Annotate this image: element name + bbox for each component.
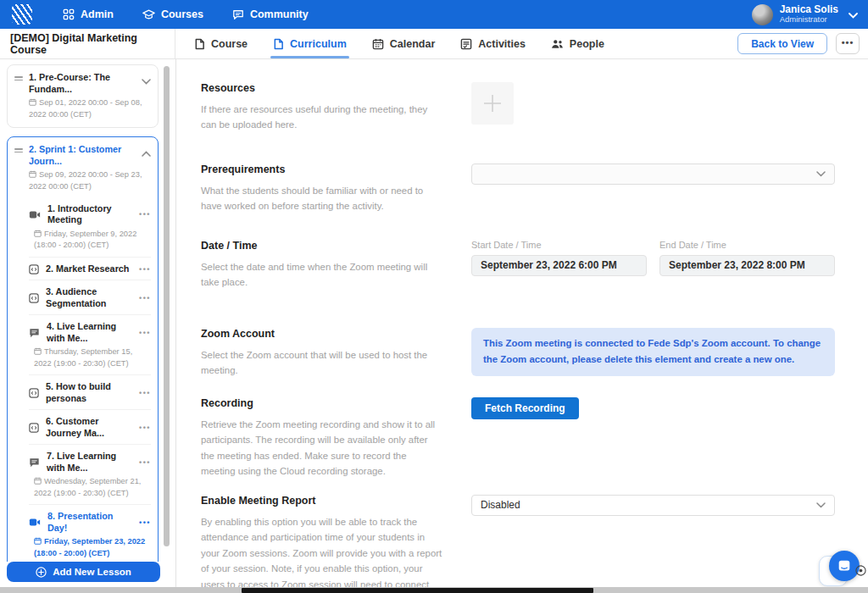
resources-desc: If there are resources useful during the…	[201, 102, 442, 133]
more-options-button[interactable]: •••	[836, 33, 860, 54]
element-list: 1. Introductory Meeting•••Friday, Septem…	[29, 197, 151, 562]
meeting-report-title: Enable Meeting Report	[201, 495, 442, 507]
zoom-account-desc: Select the Zoom account that will be use…	[201, 347, 442, 379]
element-item[interactable]: 5. How to build personas•••	[29, 374, 151, 409]
tab-curriculum[interactable]: Curriculum	[273, 29, 347, 58]
zoom-account-row: Zoom Account Select the Zoom account tha…	[201, 328, 835, 379]
element-menu-button[interactable]: •••	[139, 389, 151, 397]
chat-bubble-icon	[232, 9, 244, 20]
nav-item-community[interactable]: Community	[232, 8, 309, 20]
calendar-icon	[372, 38, 384, 50]
element-menu-button[interactable]: •••	[139, 518, 151, 527]
chevron-up-icon[interactable]	[142, 145, 151, 160]
app-logo-icon[interactable]	[12, 4, 32, 25]
sidebar-scrollbar[interactable]	[164, 66, 170, 546]
drag-handle-icon[interactable]	[14, 75, 23, 82]
end-date-label: End Date / Time	[659, 240, 835, 250]
file-icon	[194, 38, 205, 50]
nav-item-label: Community	[250, 8, 309, 20]
resource-upload-button[interactable]	[471, 82, 514, 125]
user-name: Janica Solis	[780, 4, 838, 16]
recording-title: Recording	[201, 397, 442, 409]
resources-row: Resources If there are resources useful …	[201, 82, 835, 133]
element-item[interactable]: 4. Live Learning with Me...•••Thursday, …	[29, 314, 151, 374]
back-to-view-button[interactable]: Back to View	[737, 33, 827, 54]
element-menu-button[interactable]: •••	[139, 294, 151, 302]
meeting-report-value: Disabled	[481, 499, 816, 511]
end-date-input[interactable]: September 23, 2022 8:00 PM	[659, 255, 835, 276]
element-menu-button[interactable]: •••	[139, 329, 151, 337]
element-title: 1. Introductory Meeting	[47, 203, 132, 226]
nav-item-label: Courses	[161, 8, 203, 20]
user-menu[interactable]: Janica Solis Administrator	[752, 4, 858, 25]
calendar-icon	[34, 230, 44, 238]
calendar-icon	[34, 477, 44, 485]
messenger-icon	[837, 558, 852, 574]
element-item[interactable]: 6. Customer Journey Ma...•••	[29, 409, 151, 444]
admin-grid-icon	[63, 8, 75, 20]
element-icon	[29, 293, 39, 303]
tab-label: Curriculum	[290, 38, 347, 50]
tab-course[interactable]: Course	[194, 29, 248, 58]
lesson-list: 1. Pre-Course: The Fundam...Sep 01, 2022…	[7, 64, 159, 562]
nav-item-admin[interactable]: Admin	[63, 8, 114, 20]
element-title: 4. Live Learning with Me...	[47, 321, 132, 344]
prerequirements-title: Prerequirements	[201, 163, 442, 175]
chevron-down-icon	[849, 7, 858, 22]
element-menu-button[interactable]: •••	[139, 424, 151, 432]
lesson-header[interactable]: 1. Pre-Course: The Fundam...	[14, 71, 151, 95]
dock-bar	[242, 588, 593, 593]
add-new-lesson-button[interactable]: Add New Lesson	[7, 562, 160, 582]
element-item[interactable]: 8. Presentation Day!•••Friday, September…	[29, 504, 151, 562]
tab-activities[interactable]: Activities	[460, 29, 526, 58]
add-new-lesson-label: Add New Lesson	[53, 567, 131, 577]
element-menu-button[interactable]: •••	[139, 458, 151, 467]
tab-calendar[interactable]: Calendar	[372, 29, 436, 58]
course-header: [DEMO] Digital Marketing Course CourseCu…	[0, 29, 868, 59]
datetime-desc: Select the date and time when the Zoom m…	[201, 259, 442, 291]
zoom-account-notice: This Zoom meeting is connected to Fede S…	[471, 328, 835, 376]
prerequirements-row: Prerequirements What the students should…	[201, 163, 835, 214]
element-date: Wednesday, September 21, 2022 (19:00 - 2…	[34, 476, 151, 499]
plus-icon	[481, 92, 504, 114]
start-date-label: Start Date / Time	[471, 240, 647, 250]
element-date: Friday, September 23, 2022 (18:00 - 20:0…	[34, 536, 151, 559]
fetch-recording-button[interactable]: Fetch Recording	[471, 397, 579, 419]
calendar-icon	[34, 347, 44, 356]
element-title: 8. Presentation Day!	[47, 511, 132, 534]
tab-people[interactable]: People	[551, 29, 604, 58]
element-title: 7. Live Learning with Me...	[47, 451, 132, 474]
course-title: [DEMO] Digital Marketing Course	[0, 29, 175, 58]
nav-item-label: Admin	[81, 8, 114, 20]
top-nav-menu: AdminCoursesCommunity	[63, 8, 309, 20]
meeting-report-row: Enable Meeting Report By enabling this o…	[201, 495, 835, 593]
element-item[interactable]: 2. Market Research•••	[29, 257, 151, 280]
meeting-report-desc: By enabling this option you will be able…	[201, 514, 442, 593]
zoom-account-title: Zoom Account	[201, 328, 442, 340]
chat-icon	[29, 328, 40, 338]
element-item[interactable]: 1. Introductory Meeting•••Friday, Septem…	[29, 197, 151, 257]
element-item[interactable]: 7. Live Learning with Me...•••Wednesday,…	[29, 444, 151, 504]
top-navbar: AdminCoursesCommunity Janica Solis Admin…	[0, 0, 868, 29]
prerequirements-select[interactable]	[471, 163, 835, 185]
element-menu-button[interactable]: •••	[139, 265, 151, 274]
tab-label: People	[570, 38, 604, 50]
element-item[interactable]: 3. Audience Segmentation•••	[29, 280, 151, 314]
datetime-row: Date / Time Select the date and time whe…	[201, 240, 835, 291]
course-tabs: CourseCurriculumCalendarActivitiesPeople	[175, 29, 604, 58]
chevron-down-icon[interactable]	[142, 73, 151, 88]
chat-icon	[29, 457, 40, 468]
element-menu-button[interactable]: •••	[139, 210, 151, 219]
lesson-date: Sep 01, 2022 00:00 - Sep 08, 2022 00:00 …	[29, 97, 151, 120]
element-title: 3. Audience Segmentation	[46, 286, 132, 309]
drag-handle-icon[interactable]	[14, 147, 23, 154]
start-date-input[interactable]: September 23, 2022 6:00 PM	[471, 255, 647, 276]
meeting-report-select[interactable]: Disabled	[471, 495, 835, 516]
eye-icon[interactable]	[855, 564, 866, 579]
people-icon	[551, 39, 564, 49]
lesson-header[interactable]: 2. Sprint 1: Customer Journ...	[14, 143, 151, 167]
nav-item-courses[interactable]: Courses	[142, 8, 203, 20]
element-settings-panel: Resources If there are resources useful …	[176, 59, 868, 587]
prerequirements-desc: What the students should be familiar wit…	[201, 183, 442, 214]
app-window: AdminCoursesCommunity Janica Solis Admin…	[0, 0, 868, 593]
